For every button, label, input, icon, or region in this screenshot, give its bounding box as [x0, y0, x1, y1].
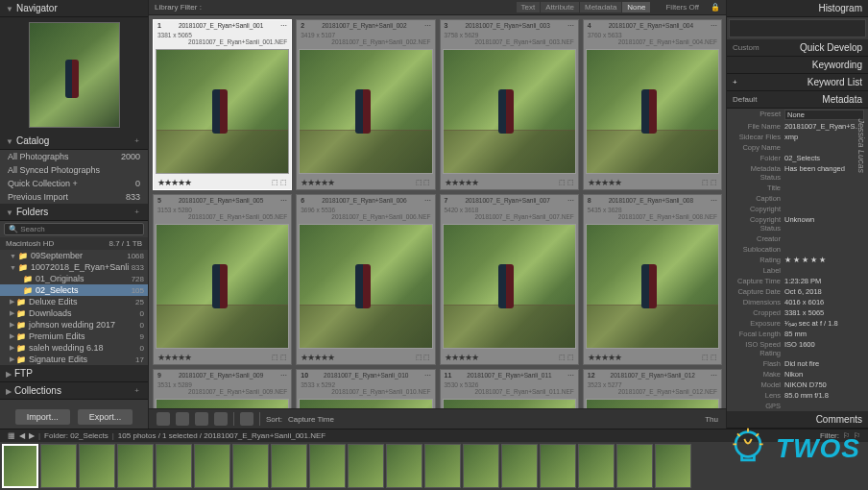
filter-tab-metadata[interactable]: Metadata: [580, 2, 621, 12]
filmstrip-thumb[interactable]: [2, 444, 38, 488]
flag-icon[interactable]: [240, 412, 253, 426]
catalog-row[interactable]: All Photographs2000: [0, 150, 148, 163]
compare-view-icon[interactable]: [195, 412, 208, 426]
metadata-row: Dimensions4016 x 6016: [727, 297, 868, 307]
keywording-header[interactable]: Keywording: [727, 57, 868, 74]
metadata-row: Title: [727, 183, 868, 193]
metadata-row: GPS: [727, 401, 868, 411]
folder-row[interactable]: ▼📁10072018_E_Ryan+Sanli833: [0, 261, 148, 273]
sort-dropdown[interactable]: Capture Time: [288, 415, 334, 424]
folder-search-input[interactable]: 🔍 Search: [4, 223, 144, 235]
filmstrip-thumb[interactable]: [40, 444, 77, 488]
thumbnail-cell[interactable]: 1020181007_E_Ryan+Sanli_010⋯3533 x 52922…: [296, 369, 435, 408]
filmstrip-thumb[interactable]: [540, 444, 576, 488]
filmstrip-thumb[interactable]: [194, 444, 230, 488]
catalog-row[interactable]: Previous Import833: [0, 190, 148, 204]
filmstrip-thumb[interactable]: [232, 444, 269, 488]
volume-row[interactable]: Macintosh HD8.7 / 1 TB: [0, 237, 148, 250]
metadata-row: ISO Speed RatingISO 1600: [727, 339, 868, 358]
library-filter-bar: Library Filter : TextAttributeMetadataNo…: [149, 0, 726, 15]
quick-develop-header[interactable]: CustomQuick Develop: [727, 39, 868, 57]
histogram-header[interactable]: Histogram: [727, 0, 868, 17]
folder-row[interactable]: ▶📁johnson wedding 20170: [0, 319, 148, 331]
grid-view-icon[interactable]: [157, 412, 170, 426]
folders-header[interactable]: ▼Folders+: [0, 204, 148, 221]
catalog-list: All Photographs2000All Synced Photograph…: [0, 150, 148, 204]
metadata-row: Folder02_Selects: [727, 153, 868, 163]
ftp-header[interactable]: ▶FTP: [0, 365, 148, 382]
thumbnail-cell[interactable]: 1120181007_E_Ryan+Sanli_011⋯3530 x 53262…: [440, 369, 579, 408]
thumbnail-cell[interactable]: 920181007_E_Ryan+Sanli_009⋯3531 x 528920…: [153, 369, 292, 408]
watermark-text: TWOS: [776, 433, 860, 464]
filter-tab-attribute[interactable]: Attribute: [541, 2, 579, 12]
collections-header[interactable]: ▶Collections+: [0, 382, 148, 400]
metadata-row: Copy Name: [727, 142, 868, 153]
import-button[interactable]: Import...: [15, 409, 70, 425]
metadata-row: Sublocation: [727, 244, 868, 255]
histogram-display: [729, 19, 866, 37]
thumbnail-cell[interactable]: 420181007_E_Ryan+Sanli_004⋯3760 x 563320…: [583, 19, 722, 190]
filmstrip-count: 105 photos / 1 selected / 20181007_E_Rya…: [118, 431, 326, 440]
thumbnail-cell[interactable]: 520181007_E_Ryan+Sanli_005⋯3153 x 528020…: [153, 194, 292, 365]
thumbnail-cell[interactable]: 620181007_E_Ryan+Sanli_006⋯3696 x 553620…: [296, 194, 435, 365]
metadata-row: ModelNIKON D750: [727, 380, 868, 390]
folder-row[interactable]: 📁02_Selects105: [0, 284, 148, 296]
filmstrip-thumb[interactable]: [386, 444, 422, 488]
filter-tab-none[interactable]: None: [622, 2, 650, 12]
thumbnail-cell[interactable]: 820181007_E_Ryan+Sanli_008⋯5435 x 362820…: [583, 194, 722, 365]
catalog-row[interactable]: All Synced Photographs: [0, 163, 148, 177]
metadata-row: Sidecar Filesxmp: [727, 132, 868, 142]
thumbnail-grid: 120181007_E_Ryan+Sanli_001⋯3381 x 506520…: [149, 15, 726, 408]
filter-tab-text[interactable]: Text: [517, 2, 541, 12]
folder-row[interactable]: ▶📁Signature Edits17: [0, 354, 148, 365]
metadata-header[interactable]: DefaultMetadata: [727, 91, 868, 109]
thumbnail-cell[interactable]: 120181007_E_Ryan+Sanli_001⋯3381 x 506520…: [153, 19, 292, 190]
filmstrip-thumb[interactable]: [424, 444, 461, 488]
lock-icon[interactable]: 🔒: [711, 3, 720, 12]
preset-dropdown[interactable]: None: [784, 110, 864, 120]
metadata-row: Creator: [727, 233, 868, 244]
filmstrip-thumb[interactable]: [578, 444, 615, 488]
metadata-row: Copyright: [727, 204, 868, 214]
filter-tabs: TextAttributeMetadataNone: [517, 2, 651, 12]
filmstrip-thumb[interactable]: [463, 444, 499, 488]
thumbnail-cell[interactable]: 1220181007_E_Ryan+Sanli_012⋯3523 x 52772…: [583, 369, 722, 408]
folder-row[interactable]: ▶📁Premium Edits9: [0, 331, 148, 342]
filters-off-toggle[interactable]: Filters Off: [665, 3, 699, 12]
folder-row[interactable]: ▶📁saleh wedding 6.180: [0, 342, 148, 354]
metadata-row: Cropped3381 x 5065: [727, 307, 868, 318]
thumbnail-cell[interactable]: 320181007_E_Ryan+Sanli_003⋯3758 x 562920…: [440, 19, 579, 190]
loupe-view-icon[interactable]: [176, 412, 189, 426]
filmstrip-thumb[interactable]: [117, 444, 154, 488]
folder-row[interactable]: ▶📁Downloads0: [0, 307, 148, 319]
filmstrip-folder[interactable]: Folder: 02_Selects: [44, 431, 108, 440]
filmstrip-thumb[interactable]: [501, 444, 538, 488]
filmstrip-thumb[interactable]: [616, 444, 653, 488]
metadata-row: File Name20181007_E_Ryan+Sanli_001.NEF: [727, 121, 868, 132]
folder-row[interactable]: 📁01_Originals728: [0, 273, 148, 284]
filmstrip-thumb[interactable]: [309, 444, 346, 488]
navigator-label: Navigator: [16, 3, 58, 13]
folder-row[interactable]: ▼📁09September1068: [0, 250, 148, 261]
nav-fwd-icon[interactable]: ▶: [29, 431, 35, 440]
filmstrip-thumb[interactable]: [79, 444, 115, 488]
metadata-row: Label: [727, 265, 868, 276]
catalog-header[interactable]: ▼Catalog+: [0, 133, 148, 150]
grid-toolbar: Sort: Capture Time Thu: [149, 408, 726, 429]
export-button[interactable]: Export...: [78, 409, 133, 425]
thumbnail-cell[interactable]: 720181007_E_Ryan+Sanli_007⋯5420 x 361820…: [440, 194, 579, 365]
lightbulb-icon: [726, 427, 770, 471]
filmstrip-thumb[interactable]: [348, 444, 384, 488]
thumbnail-cell[interactable]: 220181007_E_Ryan+Sanli_002⋯3419 x 510720…: [296, 19, 435, 190]
filmstrip-thumb[interactable]: [655, 444, 691, 488]
navigator-header[interactable]: ▼Navigator: [0, 0, 148, 17]
folder-row[interactable]: ▶📁Deluxe Edits25: [0, 296, 148, 307]
catalog-row[interactable]: Quick Collection +0: [0, 177, 148, 190]
grid-icon[interactable]: ▦: [8, 431, 15, 440]
navigator-preview[interactable]: [0, 17, 148, 133]
survey-view-icon[interactable]: [214, 412, 228, 426]
filmstrip-thumb[interactable]: [271, 444, 307, 488]
keyword-list-header[interactable]: +Keyword List: [727, 74, 868, 91]
nav-back-icon[interactable]: ◀: [19, 431, 25, 440]
filmstrip-thumb[interactable]: [156, 444, 192, 488]
